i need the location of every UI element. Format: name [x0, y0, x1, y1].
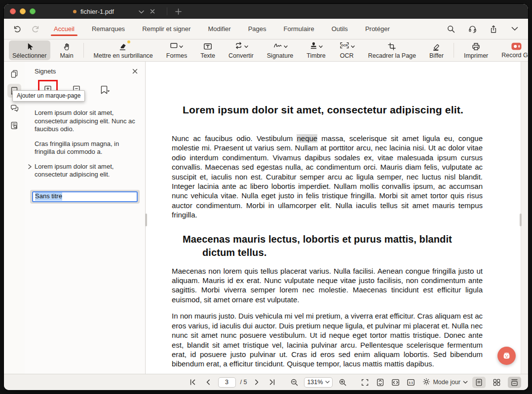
- record-go-icon: [511, 42, 522, 50]
- shapes-chevron-icon: [179, 42, 183, 50]
- display-mode-dropdown[interactable]: Mode jour: [422, 378, 468, 387]
- stamp-chevron-icon: [319, 42, 323, 50]
- tab-close-icon[interactable]: [150, 7, 155, 16]
- fit-width-icon[interactable]: [390, 377, 401, 388]
- printer-icon: [471, 42, 481, 51]
- record-go-button[interactable]: Record Go: [498, 40, 528, 60]
- share-icon[interactable]: [488, 24, 499, 35]
- signature-chevron-icon: [284, 42, 288, 50]
- document-search-panel-icon[interactable]: [7, 118, 21, 132]
- bookmark-item[interactable]: Lorem ipsum dolor sit amet, consectetur …: [35, 163, 139, 179]
- bookmark-title-input[interactable]: Sans titre: [32, 191, 138, 202]
- add-bookmark-tooltip: Ajouter un marque-page: [12, 90, 85, 102]
- zoom-level-value: 131%: [307, 379, 323, 386]
- previous-page-button[interactable]: [203, 377, 214, 388]
- tab-title: fichier-1.pdf: [80, 8, 114, 15]
- redact-marker-icon: [432, 42, 441, 51]
- ocr-chevron-icon: [351, 42, 355, 50]
- new-tab-button[interactable]: [167, 7, 182, 15]
- bookmark-item[interactable]: Cras fringilla ipsum magna, in fringilla…: [35, 140, 139, 156]
- redo-button[interactable]: [30, 24, 41, 35]
- highlighter-icon: [118, 42, 128, 51]
- search-icon[interactable]: [446, 24, 456, 35]
- tab-modifier[interactable]: Modifier: [207, 19, 231, 39]
- undo-button[interactable]: [12, 24, 23, 35]
- text-box-icon: [203, 42, 212, 51]
- toolbar-divider: [83, 43, 84, 58]
- zoom-level-select[interactable]: 131%: [304, 377, 333, 388]
- expand-chevron-icon[interactable]: [28, 164, 32, 172]
- hand-tool-button[interactable]: Main: [57, 40, 77, 60]
- tab-outils[interactable]: Outils: [331, 19, 349, 39]
- tab-remarques[interactable]: Remarques: [91, 19, 126, 39]
- assistant-robot-button[interactable]: [497, 347, 516, 365]
- stamp-tool-button[interactable]: Timbre: [303, 40, 329, 60]
- ocr-tool-button[interactable]: OCR OCR: [336, 40, 358, 60]
- tab-remplir-et-signer[interactable]: Remplir et signer: [141, 19, 191, 39]
- last-page-button[interactable]: [266, 377, 277, 388]
- close-window-button[interactable]: [10, 8, 16, 14]
- tab-pages[interactable]: Pages: [247, 19, 267, 39]
- toolbar-divider: [454, 43, 454, 58]
- highlight-color-dot: [127, 40, 130, 43]
- print-button[interactable]: Imprimer: [460, 40, 492, 60]
- select-tool-button[interactable]: Sélectionner: [9, 40, 50, 60]
- document-heading-1: Lorem ipsum dolor sit amet, consectetur …: [172, 103, 483, 117]
- bookmark-list: Lorem ipsum dolor sit amet, consectetur …: [35, 109, 139, 204]
- tab-proteger[interactable]: Protéger: [364, 19, 391, 39]
- convert-chevron-icon: [244, 42, 248, 50]
- title-bar: fichier-1.pdf: [4, 4, 528, 19]
- bookmark-item[interactable]: Lorem ipsum dolor sit amet, consectetur …: [35, 109, 139, 134]
- status-bar: 3 / 5 131% 1:1: [4, 374, 528, 390]
- fullscreen-icon[interactable]: [359, 377, 370, 388]
- minimize-window-button[interactable]: [20, 8, 26, 14]
- right-resize-handle[interactable]: [520, 214, 522, 226]
- bookmark-options-button[interactable]: [98, 82, 113, 97]
- continuous-scroll-view-button[interactable]: [508, 377, 521, 388]
- single-page-view-button[interactable]: [472, 377, 486, 388]
- actual-size-icon[interactable]: 1:1: [405, 377, 416, 388]
- bookmarks-panel: Signets Lorem ipsum do: [25, 62, 146, 374]
- window-controls: [4, 8, 43, 14]
- next-page-button[interactable]: [251, 377, 262, 388]
- panel-title: Signets: [35, 68, 56, 75]
- comments-panel-icon[interactable]: [7, 101, 21, 115]
- page-number-input[interactable]: 3: [218, 377, 236, 388]
- convert-tool-button[interactable]: Convertir: [225, 40, 257, 60]
- tools-toolbar: Sélectionner Main Mettre en surbrillance…: [4, 39, 528, 62]
- close-panel-icon[interactable]: [130, 67, 139, 75]
- redact-tool-button[interactable]: Biffer: [426, 40, 447, 60]
- signature-icon: [273, 41, 283, 51]
- ribbon-tabs: Accueil Remarques Remplir et signer Modi…: [53, 19, 391, 39]
- cursor-arrow-icon: [25, 42, 34, 51]
- document-view[interactable]: Lorem ipsum dolor sit amet, consectetur …: [146, 62, 528, 374]
- first-page-button[interactable]: [188, 377, 198, 388]
- document-paragraph-2: Maecenas non lorem quis tellus placerat …: [172, 266, 483, 305]
- pdf-page: Lorem ipsum dolor sit amet, consectetur …: [172, 62, 483, 369]
- zoom-window-button[interactable]: [30, 8, 36, 14]
- support-headset-icon[interactable]: [467, 24, 478, 35]
- ocr-icon: OCR: [339, 41, 350, 51]
- panel-resize-handle[interactable]: [145, 214, 147, 226]
- vertical-scrollbar[interactable]: [521, 62, 528, 374]
- zoom-in-icon[interactable]: [337, 377, 348, 388]
- crop-page-tool-button[interactable]: Recadrer la Page: [365, 40, 419, 60]
- collapse-ribbon-chevron-icon[interactable]: [509, 24, 520, 35]
- document-paragraph-3: In non mauris justo. Duis vehicula mi ve…: [172, 311, 483, 368]
- page-thumbnails-icon[interactable]: [7, 67, 21, 80]
- document-heading-2: Maecenas mauris lectus, lobortis et puru…: [172, 233, 483, 259]
- tab-formulaire[interactable]: Formulaire: [283, 19, 315, 39]
- document-tab[interactable]: fichier-1.pdf: [69, 4, 159, 19]
- page-count-label: / 5: [240, 379, 247, 386]
- unsaved-indicator-dot: [73, 10, 76, 13]
- highlight-tool-button[interactable]: Mettre en surbrillance: [90, 40, 156, 60]
- tab-chevron-down-icon[interactable]: [139, 7, 144, 16]
- signature-tool-button[interactable]: Signature: [264, 40, 297, 60]
- tab-accueil[interactable]: Accueil: [53, 19, 76, 39]
- selected-text: Sans titre: [35, 192, 62, 201]
- zoom-out-icon[interactable]: [289, 377, 300, 388]
- shapes-tool-button[interactable]: Formes: [163, 40, 190, 60]
- fit-height-icon[interactable]: [375, 377, 385, 388]
- text-tool-button[interactable]: Texte: [197, 40, 219, 60]
- two-page-view-button[interactable]: [490, 377, 503, 388]
